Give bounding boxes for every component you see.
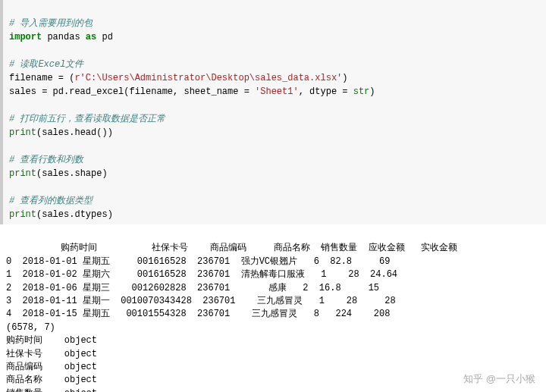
output-header: 购药时间 社保卡号 商品编码 商品名称 销售数量 应收金额 实收金额 bbox=[6, 243, 457, 253]
builtin-str: str bbox=[353, 86, 370, 97]
call-head: (sales.head()) bbox=[36, 127, 113, 138]
output-dtype-0: 购药时间 object bbox=[6, 335, 97, 346]
output-row-2: 2 2018-01-06 星期三 0012602828 236701 感康 2 … bbox=[6, 283, 379, 293]
comment-import: # 导入需要用到的包 bbox=[9, 18, 93, 29]
output-dtype-4: 销售数量 object bbox=[6, 388, 97, 392]
output-dtype-1: 社保卡号 object bbox=[6, 349, 97, 359]
mod-pandas: pandas bbox=[47, 32, 80, 42]
comment-dtypes: # 查看列的数据类型 bbox=[9, 196, 93, 206]
comment-shape: # 查看行数和列数 bbox=[9, 155, 83, 165]
output-dtype-3: 商品名称 object bbox=[6, 375, 97, 385]
call-dtypes: (sales.dtypes) bbox=[36, 209, 113, 220]
print-shape: print bbox=[9, 168, 36, 179]
output-shape: (6578, 7) bbox=[6, 322, 55, 333]
print-head: print bbox=[9, 127, 36, 138]
print-dtypes: print bbox=[9, 209, 36, 220]
str-sheet: 'Sheet1' bbox=[255, 86, 299, 97]
output-row-1: 1 2018-01-02 星期六 001616528 236701 清热解毒口服… bbox=[6, 269, 397, 280]
output-dtype-2: 商品编码 object bbox=[6, 362, 97, 372]
kw-import: import bbox=[9, 32, 42, 42]
code-cell: # 导入需要用到的包 import pandas as pd # 读取Excel… bbox=[0, 0, 546, 224]
output-row-4: 4 2018-01-15 星期五 00101554328 236701 三九感冒… bbox=[6, 309, 390, 319]
output-row-0: 0 2018-01-01 星期五 001616528 236701 强力VC银翘… bbox=[6, 256, 390, 267]
paren-close: ) bbox=[342, 73, 347, 83]
assign-sales-a: sales = pd.read_excel(filename, sheet_na… bbox=[9, 86, 255, 97]
comment-head: # 打印前五行，查看读取数据是否正常 bbox=[9, 114, 165, 124]
comment-read: # 读取Excel文件 bbox=[9, 59, 83, 70]
kw-as: as bbox=[86, 32, 96, 42]
output-cell: 购药时间 社保卡号 商品编码 商品名称 销售数量 应收金额 实收金额 0 201… bbox=[0, 224, 546, 392]
call-shape: (sales.shape) bbox=[36, 168, 108, 179]
str-filepath: r'C:\Users\Administrator\Desktop\sales_d… bbox=[74, 73, 342, 83]
assign-sales-e: ) bbox=[369, 86, 375, 97]
assign-filename: filename = ( bbox=[9, 73, 74, 83]
assign-sales-c: , dtype = bbox=[299, 86, 353, 97]
alias-pd: pd bbox=[102, 32, 112, 42]
output-row-3: 3 2018-01-11 星期一 0010070343428 236701 三九… bbox=[6, 296, 396, 306]
